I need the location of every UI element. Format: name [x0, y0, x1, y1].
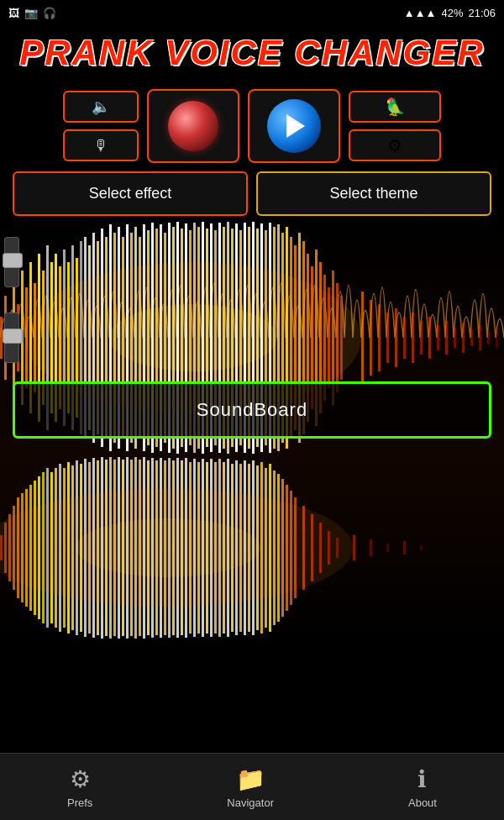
parrot-button[interactable]: 🦜: [349, 91, 441, 123]
nav-about[interactable]: ℹ About: [408, 765, 437, 809]
svg-rect-84: [370, 300, 372, 376]
svg-rect-91: [428, 317, 431, 359]
svg-rect-182: [403, 541, 406, 555]
left-buttons: 🔈 🎙: [63, 91, 139, 161]
volume-icon: 🔈: [92, 97, 110, 116]
svg-rect-94: [454, 328, 456, 348]
status-signal: ▲▲▲: [404, 7, 437, 19]
svg-rect-88: [403, 317, 406, 359]
svg-rect-83: [361, 292, 364, 384]
volume-button[interactable]: 🔈: [63, 91, 139, 123]
slider-1-thumb[interactable]: [3, 253, 23, 268]
prefs-icon: ⚙: [70, 765, 91, 793]
svg-point-101: [109, 304, 277, 371]
parrot-icon: 🦜: [385, 97, 406, 117]
slider-1[interactable]: [4, 237, 19, 287]
about-icon: ℹ: [417, 765, 427, 793]
svg-rect-97: [479, 325, 481, 350]
prefs-label: Prefs: [67, 796, 92, 809]
soundboard-label: SoundBoard: [197, 399, 307, 420]
svg-rect-86: [386, 313, 389, 363]
status-icon-image: 🖼: [8, 7, 19, 19]
play-circle: [267, 99, 321, 153]
soundboard-wrap: SoundBoard: [13, 381, 491, 439]
select-theme-label: Select theme: [329, 185, 417, 202]
svg-rect-93: [445, 321, 448, 355]
right-buttons: 🦜 ⚙: [349, 91, 441, 161]
svg-rect-90: [420, 321, 423, 355]
status-right: ▲▲▲ 42% 21:06: [404, 7, 496, 19]
status-icon-photo: 📷: [24, 7, 38, 19]
svg-rect-92: [437, 325, 439, 350]
record-button[interactable]: [147, 89, 239, 163]
select-effect-button[interactable]: Select effect: [13, 171, 248, 216]
nav-prefs[interactable]: ⚙ Prefs: [67, 765, 92, 809]
svg-rect-85: [378, 304, 381, 371]
navigator-label: Navigator: [227, 796, 274, 809]
navigator-icon: 📁: [236, 765, 265, 793]
select-effect-label: Select effect: [89, 185, 172, 202]
sliders-left: [4, 237, 19, 363]
app-title: PRANK VOICE CHANGER: [0, 25, 504, 81]
lower-waveform: [0, 455, 504, 640]
play-triangle-icon: [286, 114, 305, 138]
svg-rect-99: [496, 328, 498, 348]
select-theme-button[interactable]: Select theme: [256, 171, 491, 216]
mic-button[interactable]: 🎙: [63, 129, 139, 161]
record-circle: [168, 101, 218, 151]
play-button[interactable]: [248, 89, 340, 163]
settings-icon: ⚙: [387, 135, 402, 155]
about-label: About: [408, 796, 437, 809]
status-bar: 🖼 📷 🎧 ▲▲▲ 42% 21:06: [0, 0, 504, 25]
svg-point-185: [76, 518, 260, 577]
svg-rect-95: [462, 323, 465, 353]
slider-2[interactable]: [4, 313, 19, 363]
svg-rect-96: [470, 329, 473, 346]
soundboard-button[interactable]: SoundBoard: [13, 381, 491, 439]
settings-button[interactable]: ⚙: [349, 129, 441, 161]
svg-rect-180: [370, 539, 372, 556]
svg-rect-98: [487, 331, 490, 344]
slider-2-thumb[interactable]: [3, 329, 23, 344]
status-left: 🖼 📷 🎧: [8, 7, 56, 19]
status-battery: 42%: [441, 7, 463, 19]
mic-icon: 🎙: [93, 137, 108, 155]
svg-rect-181: [386, 544, 389, 552]
svg-rect-183: [420, 545, 423, 550]
status-time: 21:06: [468, 7, 496, 19]
svg-rect-87: [395, 308, 397, 367]
svg-rect-179: [353, 535, 355, 560]
upper-waveform: SoundBoard: [0, 220, 504, 455]
lower-waveform-svg: [0, 455, 504, 640]
status-icon-headphone: 🎧: [43, 7, 56, 19]
nav-navigator[interactable]: 📁 Navigator: [227, 765, 274, 809]
controls-area: 🔈 🎙 🦜 ⚙: [0, 81, 504, 171]
select-row: Select effect Select theme: [0, 171, 504, 216]
svg-rect-89: [412, 313, 414, 363]
bottom-nav: ⚙ Prefs 📁 Navigator ℹ About: [0, 753, 504, 820]
